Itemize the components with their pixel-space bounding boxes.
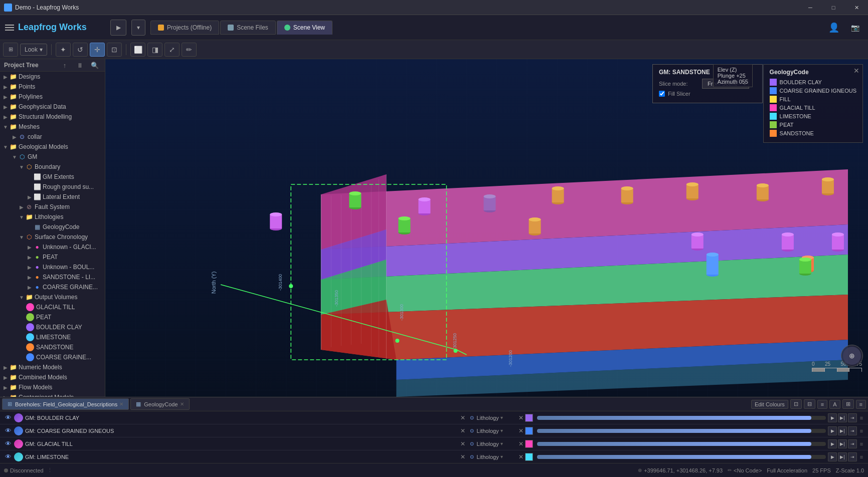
tree-item-flow[interactable]: ▶ 📁 Flow Models	[0, 382, 105, 392]
clip-tool[interactable]: ⬜	[130, 43, 145, 57]
row-eye-glacial[interactable]: 👁	[2, 440, 14, 447]
look-dropdown[interactable]: Look ▾	[20, 44, 47, 56]
end-btn[interactable]: ⇥	[848, 426, 857, 435]
tree-item-geophysical[interactable]: ▶ 📁 Geophysical Data	[0, 102, 105, 112]
play-btn[interactable]: ▶	[828, 452, 837, 461]
row-close-glacial[interactable]: ✕	[459, 440, 467, 447]
row-close-coarse[interactable]: ✕	[459, 427, 467, 434]
row-close2-limestone[interactable]: ✕	[517, 453, 525, 460]
panel-tool-a[interactable]: A	[829, 400, 840, 409]
tree-item-meshes[interactable]: ▼ 📁 Meshes	[0, 122, 105, 132]
edit-colours-button[interactable]: Edit Colours	[751, 400, 788, 409]
tree-item-contaminant[interactable]: ▶ 📁 Contaminant Models	[0, 392, 105, 397]
panel-tool-1[interactable]: ⊡	[790, 399, 802, 409]
type-dropdown-icon[interactable]: ▾	[500, 415, 503, 420]
tab-scene-files[interactable]: Scene Files	[220, 21, 276, 35]
play-btn[interactable]: ▶	[828, 413, 837, 422]
row-close-limestone[interactable]: ✕	[459, 453, 467, 460]
gm-fill-slicer-checkbox[interactable]	[659, 91, 665, 97]
tree-item-fault-system[interactable]: ▶ ⊘ Fault System	[0, 202, 105, 212]
tree-item-peat-volume[interactable]: PEAT	[0, 312, 105, 322]
tab-projects[interactable]: Projects (Offline)	[150, 21, 219, 35]
type-dropdown-icon[interactable]: ▾	[500, 428, 503, 433]
tree-item-boundary[interactable]: ▼ ⬡ Boundary	[0, 162, 105, 172]
row-color-limestone[interactable]	[525, 453, 533, 461]
panel-row-limestone[interactable]: 👁 GM: LIMESTONE ✕ ⊙ Lithology ▾ ✕ ▶ ▶| ⇥	[0, 450, 868, 463]
tab-scene-view[interactable]: Scene View	[277, 21, 332, 35]
tree-item-polylines[interactable]: ▶ 📁 Polylines	[0, 92, 105, 102]
row-eye-coarse[interactable]: 👁	[2, 427, 14, 434]
tree-item-collar[interactable]: ▶ ⊙ collar	[0, 132, 105, 142]
tree-item-sandstone-li[interactable]: ▶ ● SANDSTONE - LI...	[0, 272, 105, 282]
row-close-boulder[interactable]: ✕	[459, 414, 467, 421]
tree-item-numeric[interactable]: ▶ 📁 Numeric Models	[0, 362, 105, 372]
tree-item-peat-surface[interactable]: ▶ ● PEAT	[0, 252, 105, 262]
tree-item-combined[interactable]: ▶ 📁 Combined Models	[0, 372, 105, 382]
tree-item-points[interactable]: ▶ 📁 Points	[0, 82, 105, 92]
sidebar-pause-button[interactable]: ⏸	[74, 59, 86, 71]
row-menu-coarse[interactable]: ≡	[857, 426, 866, 435]
tree-item-lithologies[interactable]: ▼ 📁 Lithologies	[0, 212, 105, 222]
sidebar-up-button[interactable]: ↑	[59, 59, 71, 71]
row-color-glacial[interactable]	[525, 440, 533, 448]
end-btn[interactable]: ⇥	[848, 452, 857, 461]
tree-item-limestone[interactable]: LIMESTONE	[0, 332, 105, 342]
row-close2-coarse[interactable]: ✕	[517, 427, 525, 434]
end-btn[interactable]: ⇥	[848, 413, 857, 422]
tree-item-sandstone[interactable]: SANDSTONE	[0, 342, 105, 352]
tree-item-output-volumes[interactable]: ▼ 📁 Output Volumes	[0, 292, 105, 302]
tree-item-geological-models[interactable]: ▼ 📁 Geological Models	[0, 142, 105, 152]
user-button[interactable]: 👤	[826, 20, 842, 36]
panel-tool-grid[interactable]: ⊞	[842, 399, 854, 409]
slice-tool[interactable]: ◨	[147, 43, 162, 57]
connection-options[interactable]: ⋮	[47, 467, 53, 473]
type-dropdown-icon[interactable]: ▾	[500, 441, 503, 446]
row-menu-glacial[interactable]: ≡	[857, 439, 866, 448]
tree-item-coarse-grained[interactable]: ▶ ● COARSE GRAINE...	[0, 282, 105, 292]
panel-tool-lines[interactable]: ≡	[856, 400, 866, 409]
tree-item-unknown-boul[interactable]: ▶ ● Unknown - BOUL...	[0, 262, 105, 272]
maximize-button[interactable]: □	[822, 0, 845, 15]
pan-tool[interactable]: ✛	[90, 43, 105, 57]
rotate-tool[interactable]: ↺	[73, 43, 88, 57]
step-btn[interactable]: ▶|	[838, 426, 847, 435]
row-close2-boulder[interactable]: ✕	[517, 414, 525, 421]
minimize-button[interactable]: ─	[799, 0, 822, 15]
row-color-coarse[interactable]	[525, 427, 533, 435]
type-dropdown-icon[interactable]: ▾	[500, 454, 503, 459]
tree-item-surface-chronology[interactable]: ▼ ⬡ Surface Chronology	[0, 232, 105, 242]
tree-item-unknown-glaci[interactable]: ▶ ● Unknown - GLACI...	[0, 242, 105, 252]
tree-item-geology-code[interactable]: ▦ GeologyCode	[0, 222, 105, 232]
play-btn[interactable]: ▶	[828, 426, 837, 435]
select-tool[interactable]: ✦	[56, 43, 71, 57]
dropdown-button[interactable]: ▾	[131, 20, 145, 36]
row-eye-boulder[interactable]: 👁	[2, 414, 14, 421]
compass-widget[interactable]: ⊕	[841, 345, 863, 367]
scene-objects-button[interactable]: ⊞	[3, 43, 18, 57]
tree-item-structural[interactable]: ▶ 📁 Structural Modelling	[0, 112, 105, 122]
panel-tab-close-boreholes[interactable]: ✕	[119, 401, 123, 407]
panel-tool-3[interactable]: ≡	[817, 400, 827, 409]
tree-item-gm[interactable]: ▼ ⬡ GM	[0, 152, 105, 162]
panel-row-glacial-till[interactable]: 👁 GM: GLACIAL TILL ✕ ⊙ Lithology ▾ ✕ ▶ ▶…	[0, 437, 868, 450]
zoom-tool[interactable]: ⊡	[107, 43, 122, 57]
row-menu-limestone[interactable]: ≡	[857, 452, 866, 461]
tree-item-lateral-extent[interactable]: ▶ ⬜ Lateral Extent	[0, 192, 105, 202]
step-btn[interactable]: ▶|	[838, 452, 847, 461]
annotation-tool[interactable]: ✏	[182, 43, 197, 57]
sidebar-search-button[interactable]: 🔍	[89, 59, 101, 71]
tree-item-coarse-grained-vol[interactable]: COARSE GRAINE...	[0, 352, 105, 362]
tree-item-boulder-clay[interactable]: BOULDER CLAY	[0, 322, 105, 332]
viewport[interactable]: North (Y) -301400 -301350 -301300 -30125…	[105, 59, 868, 397]
row-eye-limestone[interactable]: 👁	[2, 453, 14, 460]
tree-item-glacial-till[interactable]: GLACIAL TILL	[0, 302, 105, 312]
panel-tab-geology[interactable]: ▦ GeologyCode ✕	[130, 398, 189, 410]
play-button[interactable]: ▶	[110, 20, 126, 36]
close-button[interactable]: ✕	[845, 0, 868, 15]
tree-item-designs[interactable]: ▶ 📁 Designs	[0, 72, 105, 82]
step-btn[interactable]: ▶|	[838, 439, 847, 448]
row-close2-glacial[interactable]: ✕	[517, 440, 525, 447]
panel-tool-2[interactable]: ⊟	[804, 399, 815, 409]
tree-item-rough-ground[interactable]: ⬜ Rough ground su...	[0, 182, 105, 192]
end-btn[interactable]: ⇥	[848, 439, 857, 448]
